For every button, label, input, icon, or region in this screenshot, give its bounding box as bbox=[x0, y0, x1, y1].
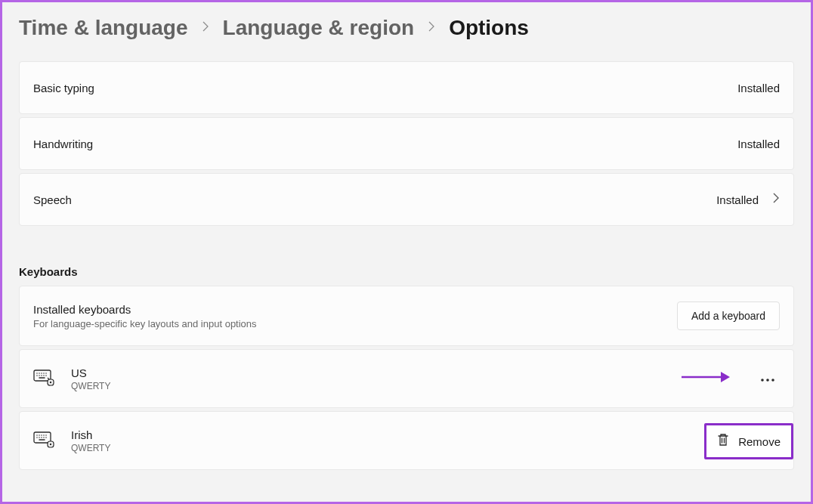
chevron-right-icon bbox=[772, 192, 780, 207]
svg-point-13 bbox=[50, 382, 51, 383]
keyboard-name: Irish bbox=[71, 428, 110, 441]
svg-point-16 bbox=[771, 379, 774, 382]
feature-row-speech[interactable]: Speech Installed bbox=[19, 173, 794, 226]
keyboard-layout: QWERTY bbox=[71, 381, 110, 391]
feature-status: Installed bbox=[716, 193, 759, 206]
feature-row-basic-typing[interactable]: Basic typing Installed bbox=[19, 61, 794, 114]
more-horizontal-icon bbox=[760, 372, 775, 385]
breadcrumb: Time & language Language & region Option… bbox=[2, 2, 811, 61]
add-keyboard-button[interactable]: Add a keyboard bbox=[677, 301, 780, 330]
breadcrumb-link-time-language[interactable]: Time & language bbox=[19, 16, 188, 40]
feature-name: Basic typing bbox=[33, 82, 94, 94]
section-header-keyboards: Keyboards bbox=[19, 229, 794, 286]
feature-row-handwriting[interactable]: Handwriting Installed bbox=[19, 117, 794, 170]
context-menu-remove[interactable]: Remove bbox=[704, 423, 793, 459]
svg-point-15 bbox=[766, 379, 769, 382]
feature-name: Speech bbox=[33, 193, 72, 206]
chevron-right-icon bbox=[202, 20, 209, 36]
svg-point-14 bbox=[761, 379, 764, 382]
feature-status: Installed bbox=[737, 82, 780, 94]
keyboard-icon bbox=[33, 368, 54, 389]
keyboard-row-irish[interactable]: Irish QWERTY bbox=[19, 411, 794, 470]
keyboard-row-us[interactable]: US QWERTY bbox=[19, 349, 794, 408]
installed-keyboards-row: Installed keyboards For language-specifi… bbox=[19, 286, 794, 346]
installed-keyboards-title: Installed keyboards bbox=[33, 303, 257, 316]
feature-status: Installed bbox=[737, 138, 780, 150]
installed-keyboards-sub: For language-specific key layouts and in… bbox=[33, 318, 257, 329]
keyboard-icon bbox=[33, 430, 54, 451]
breadcrumb-link-language-region[interactable]: Language & region bbox=[223, 16, 415, 40]
breadcrumb-current: Options bbox=[449, 16, 529, 40]
keyboard-layout: QWERTY bbox=[71, 443, 110, 453]
chevron-right-icon bbox=[428, 20, 435, 36]
feature-name: Handwriting bbox=[33, 138, 93, 150]
keyboard-name: US bbox=[71, 366, 110, 379]
trash-icon bbox=[717, 433, 729, 450]
svg-point-31 bbox=[50, 444, 51, 445]
annotation-arrow-icon bbox=[680, 370, 733, 387]
context-menu-label: Remove bbox=[738, 435, 781, 448]
more-options-button[interactable] bbox=[756, 367, 780, 390]
